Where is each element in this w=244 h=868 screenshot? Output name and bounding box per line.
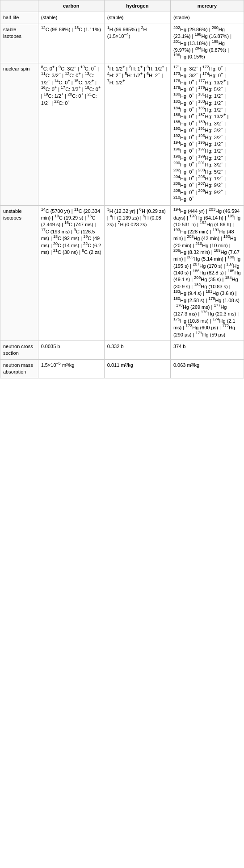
hydrogen-unstable-isotopes: 3H (12.32 yr) | 6H (0.29 zs) | 4H (0.139…	[104, 205, 170, 341]
mercury-neutron-mass-absorption: 0.063 m²/kg	[170, 359, 244, 378]
row-neutron-mass-absorption: neutron mass absorption 1.5×10−5 m²/kg 0…	[0, 359, 244, 378]
header-empty	[0, 0, 38, 12]
mercury-nuclear-spin: 171Hg: 3/2− | 172Hg: 0+ | 173Hg: 3/2− | …	[170, 63, 244, 205]
label-neutron-mass-absorption: neutron mass absorption	[0, 359, 38, 378]
hydrogen-neutron-mass-absorption: 0.011 m²/kg	[104, 359, 170, 378]
carbon-stable-isotopes: 12C (98.89%) | 13C (1.11%)	[38, 24, 104, 63]
carbon-unstable-isotopes: 14C (5700 yr) | 11C (20.334 min) | 10C (…	[38, 205, 104, 341]
header-hydrogen: hydrogen	[104, 0, 170, 12]
mercury-halflife: (stable)	[170, 12, 244, 24]
header-carbon: carbon	[38, 0, 104, 12]
row-halflife: half-life (stable) (stable) (stable)	[0, 12, 244, 24]
label-stable-isotopes: stable isotopes	[0, 24, 38, 63]
hydrogen-nuclear-spin: 1H: 1/2+ | 2H: 1+ | 3H: 1/2+ | 4H: 2− | …	[104, 63, 170, 205]
hydrogen-halflife: (stable)	[104, 12, 170, 24]
label-halflife: half-life	[0, 12, 38, 24]
carbon-nuclear-spin: 8C: 0+ | 9C: 3/2− | 10C: 0+ | 11C: 3/2− …	[38, 63, 104, 205]
header-mercury: mercury	[170, 0, 244, 12]
mercury-neutron-cross-section: 374 b	[170, 341, 244, 359]
mercury-unstable-isotopes: 194Hg (444 yr) | 203Hg (46.594 days) | 1…	[170, 205, 244, 341]
row-nuclear-spin: nuclear spin 8C: 0+ | 9C: 3/2− | 10C: 0+…	[0, 63, 244, 205]
mercury-stable-isotopes: 202Hg (29.86%) | 200Hg (23.1%) | 198Hg (…	[170, 24, 244, 63]
hydrogen-stable-isotopes: 1H (99.985%) | 2H (1.5×10−4)	[104, 24, 170, 63]
row-stable-isotopes: stable isotopes 12C (98.89%) | 13C (1.11…	[0, 24, 244, 63]
hydrogen-neutron-cross-section: 0.332 b	[104, 341, 170, 359]
carbon-neutron-mass-absorption: 1.5×10−5 m²/kg	[38, 359, 104, 378]
row-unstable-isotopes: unstable isotopes 14C (5700 yr) | 11C (2…	[0, 205, 244, 341]
carbon-neutron-cross-section: 0.0035 b	[38, 341, 104, 359]
label-nuclear-spin: nuclear spin	[0, 63, 38, 205]
label-neutron-cross-section: neutron cross-section	[0, 341, 38, 359]
label-unstable-isotopes: unstable isotopes	[0, 205, 38, 341]
carbon-halflife: (stable)	[38, 12, 104, 24]
row-neutron-cross-section: neutron cross-section 0.0035 b 0.332 b 3…	[0, 341, 244, 359]
